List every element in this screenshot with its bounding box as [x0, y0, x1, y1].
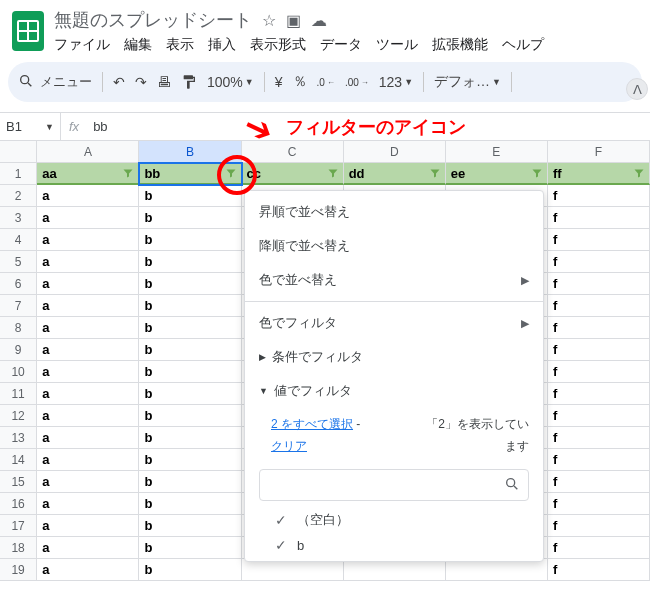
cell[interactable]: b [139, 405, 241, 427]
cell[interactable] [344, 559, 446, 581]
filter-search-input[interactable] [259, 469, 529, 501]
font-dropdown[interactable]: デフォ…▼ [434, 73, 501, 91]
header-cell[interactable]: dd [344, 163, 446, 185]
cell[interactable]: a [37, 295, 139, 317]
cell[interactable]: b [139, 339, 241, 361]
row-header[interactable]: 7 [0, 295, 37, 317]
column-header[interactable]: B [139, 141, 241, 163]
filter-option-blank[interactable]: ✓（空白） [245, 507, 543, 533]
cell[interactable]: b [139, 537, 241, 559]
name-box[interactable]: B1▼ [0, 119, 60, 134]
filter-by-color-item[interactable]: 色でフィルタ▶ [245, 306, 543, 340]
menu-data[interactable]: データ [320, 36, 362, 54]
cell[interactable]: f [548, 207, 650, 229]
cell[interactable]: b [139, 361, 241, 383]
cell[interactable]: f [548, 405, 650, 427]
filter-icon[interactable] [121, 166, 135, 180]
header-cell[interactable]: ff [548, 163, 650, 185]
menu-tools[interactable]: ツール [376, 36, 418, 54]
column-header[interactable]: C [242, 141, 344, 163]
select-all-link[interactable]: 2 をすべて選択 [271, 417, 353, 431]
cell[interactable]: b [139, 493, 241, 515]
cell[interactable]: a [37, 273, 139, 295]
star-icon[interactable]: ☆ [262, 11, 276, 30]
row-header[interactable]: 3 [0, 207, 37, 229]
toolbar-collapse-button[interactable]: ᐱ [626, 78, 648, 100]
cell[interactable]: f [548, 449, 650, 471]
currency-button[interactable]: ¥ [275, 74, 283, 90]
cell[interactable]: f [548, 317, 650, 339]
sort-asc-item[interactable]: 昇順で並べ替え [245, 195, 543, 229]
menu-search[interactable]: メニュー [18, 73, 92, 92]
percent-button[interactable]: ％ [293, 73, 307, 91]
cell[interactable]: f [548, 515, 650, 537]
formula-bar[interactable]: bb [87, 119, 107, 134]
doc-title[interactable]: 無題のスプレッドシート [54, 8, 252, 32]
sort-by-color-item[interactable]: 色で並べ替え▶ [245, 263, 543, 297]
cell[interactable]: f [548, 361, 650, 383]
menu-file[interactable]: ファイル [54, 36, 110, 54]
filter-icon[interactable] [530, 166, 544, 180]
cell[interactable]: f [548, 295, 650, 317]
filter-icon[interactable] [428, 166, 442, 180]
row-header[interactable]: 15 [0, 471, 37, 493]
cell[interactable]: a [37, 449, 139, 471]
decrease-decimal-button[interactable]: .0← [317, 77, 335, 88]
filter-icon[interactable] [326, 166, 340, 180]
cell[interactable]: b [139, 427, 241, 449]
undo-button[interactable]: ↶ [113, 74, 125, 90]
cell[interactable]: b [139, 251, 241, 273]
menu-view[interactable]: 表示 [166, 36, 194, 54]
cell[interactable]: a [37, 515, 139, 537]
row-header[interactable]: 11 [0, 383, 37, 405]
menu-extensions[interactable]: 拡張機能 [432, 36, 488, 54]
cell[interactable]: f [548, 339, 650, 361]
cell[interactable] [446, 559, 548, 581]
cell[interactable]: b [139, 317, 241, 339]
cell[interactable]: a [37, 251, 139, 273]
menu-insert[interactable]: 挿入 [208, 36, 236, 54]
increase-decimal-button[interactable]: .00→ [345, 77, 369, 88]
cell[interactable]: f [548, 427, 650, 449]
cell[interactable]: a [37, 493, 139, 515]
cell[interactable]: a [37, 427, 139, 449]
row-header[interactable]: 8 [0, 317, 37, 339]
clear-link[interactable]: クリア [271, 439, 307, 453]
paint-format-button[interactable] [181, 74, 197, 90]
cell[interactable]: b [139, 229, 241, 251]
cell[interactable]: b [139, 185, 241, 207]
menu-format[interactable]: 表示形式 [250, 36, 306, 54]
print-button[interactable]: 🖶 [157, 74, 171, 90]
cloud-status-icon[interactable]: ☁ [311, 11, 327, 30]
cell[interactable]: f [548, 229, 650, 251]
header-cell[interactable]: ee [446, 163, 548, 185]
select-all-corner[interactable] [0, 141, 37, 163]
cell[interactable]: f [548, 493, 650, 515]
header-cell[interactable]: cc [242, 163, 344, 185]
row-header[interactable]: 4 [0, 229, 37, 251]
cell[interactable]: a [37, 185, 139, 207]
filter-icon[interactable] [632, 166, 646, 180]
row-header[interactable]: 5 [0, 251, 37, 273]
redo-button[interactable]: ↷ [135, 74, 147, 90]
cell[interactable]: a [37, 559, 139, 581]
cell[interactable]: a [37, 383, 139, 405]
cell[interactable]: a [37, 339, 139, 361]
cell[interactable]: a [37, 361, 139, 383]
row-header[interactable]: 18 [0, 537, 37, 559]
filter-by-condition-toggle[interactable]: ▶条件でフィルタ [245, 340, 543, 374]
header-cell[interactable]: bb [139, 163, 241, 185]
cell[interactable]: a [37, 537, 139, 559]
cell[interactable]: f [548, 251, 650, 273]
column-header[interactable]: F [548, 141, 650, 163]
cell[interactable]: f [548, 537, 650, 559]
cell[interactable]: f [548, 273, 650, 295]
filter-icon[interactable] [224, 166, 238, 180]
cell[interactable]: f [548, 383, 650, 405]
cell[interactable]: f [548, 471, 650, 493]
row-header[interactable]: 2 [0, 185, 37, 207]
row-header[interactable]: 10 [0, 361, 37, 383]
cell[interactable]: a [37, 229, 139, 251]
cell[interactable]: b [139, 207, 241, 229]
zoom-dropdown[interactable]: 100%▼ [207, 74, 254, 90]
